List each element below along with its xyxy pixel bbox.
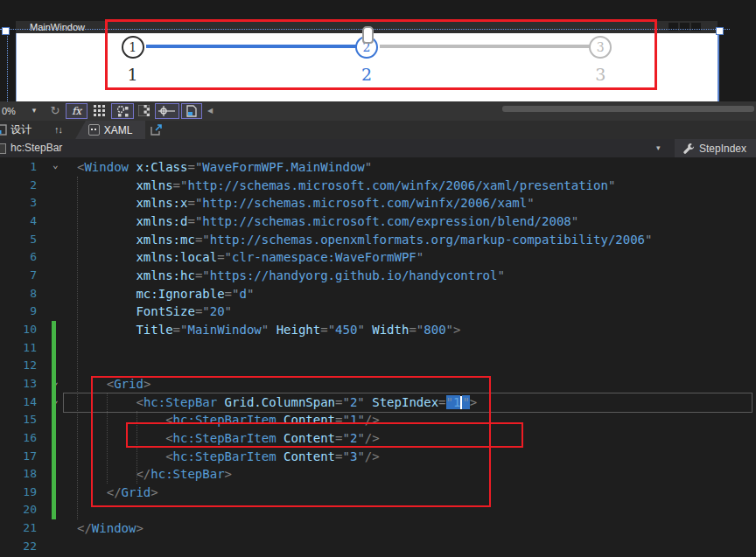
fold-column xyxy=(37,248,77,267)
code-line[interactable]: 2 xmlns="http://schemas.microsoft.com/wi… xyxy=(0,177,756,195)
code-line[interactable]: 22 xyxy=(0,538,756,556)
fold-column xyxy=(37,339,77,358)
code-line[interactable]: 4 xmlns:d="http://schemas.microsoft.com/… xyxy=(0,212,756,231)
line-number: 8 xyxy=(0,285,37,303)
line-number: 19 xyxy=(0,484,37,502)
line-number: 14 xyxy=(0,393,37,412)
code-text: xmlns:mc="http://schemas.openxmlformats.… xyxy=(77,231,652,249)
fold-column xyxy=(37,429,77,448)
code-line[interactable]: 8 mc:Ignorable="d" xyxy=(0,285,756,303)
fold-column xyxy=(37,177,77,195)
line-number: 12 xyxy=(0,357,37,375)
line-number: 16 xyxy=(0,429,37,448)
fold-arrow-icon[interactable]: ⌄ xyxy=(52,157,59,175)
code-text: xmlns:d="http://schemas.microsoft.com/ex… xyxy=(77,212,578,231)
line-number: 9 xyxy=(0,303,37,321)
line-number: 2 xyxy=(0,177,37,195)
resize-handle-right[interactable] xyxy=(716,27,724,35)
line-number: 18 xyxy=(0,465,37,484)
code-line[interactable]: 1⌄<Window x:Class="WaveFormWPF.MainWindo… xyxy=(0,158,756,177)
line-number: 5 xyxy=(0,231,37,249)
code-line[interactable]: 6 xmlns:local="clr-namespace:WaveFormWPF… xyxy=(0,248,756,267)
fold-column xyxy=(37,267,77,285)
collapse-left-icon[interactable]: ◀ xyxy=(205,103,215,117)
transparency-icon[interactable] xyxy=(136,103,151,117)
fold-column xyxy=(37,538,77,556)
line-number: 22 xyxy=(0,538,37,556)
refresh-icon[interactable]: ↻ xyxy=(48,103,62,117)
swap-panes-icon[interactable]: ↑↓ xyxy=(54,121,62,139)
fold-column xyxy=(37,285,77,303)
xaml-code-editor[interactable]: 1⌄<Window x:Class="WaveFormWPF.MainWindo… xyxy=(0,157,756,557)
snapping-toggle-icon[interactable] xyxy=(155,103,179,119)
line-number: 1 xyxy=(0,158,37,177)
breadcrumb-element[interactable]: hc:StepBar xyxy=(10,139,62,157)
code-text: FontSize="20" xyxy=(77,303,232,321)
code-line[interactable]: 7 xmlns:hc="https://handyorg.github.io/h… xyxy=(0,267,756,285)
code-line[interactable]: 21</Window> xyxy=(0,519,756,538)
zoom-level-combo[interactable]: 0% xyxy=(2,101,16,121)
view-tab-strip: 设计 ↑↓ XAML xyxy=(0,121,756,139)
fold-column xyxy=(37,212,77,231)
line-number: 6 xyxy=(0,248,37,267)
resize-handle-left[interactable] xyxy=(2,27,10,35)
popout-window-icon[interactable] xyxy=(150,123,163,136)
code-text: <Window x:Class="WaveFormWPF.MainWindow" xyxy=(77,158,372,177)
element-icon xyxy=(0,143,6,154)
code-text: xmlns="http://schemas.microsoft.com/winf… xyxy=(77,177,615,195)
code-text: xmlns:local="clr-namespace:WaveFormWPF" xyxy=(77,248,424,267)
code-line[interactable]: 12 xyxy=(0,357,756,375)
indent-guide xyxy=(77,177,78,519)
design-horizontal-scrollbar[interactable] xyxy=(502,106,754,112)
annotation-rectangle-design xyxy=(105,19,657,90)
design-view-icon xyxy=(0,124,7,136)
breadcrumb: hc:StepBar ▾ StepIndex xyxy=(0,139,756,157)
line-number: 17 xyxy=(0,448,37,466)
fold-column xyxy=(37,484,77,502)
breadcrumb-property[interactable]: StepIndex xyxy=(675,139,756,157)
snap-grid-icon[interactable] xyxy=(91,103,108,117)
line-number: 15 xyxy=(0,411,37,429)
code-text: xmlns:hc="https://handyorg.github.io/han… xyxy=(77,267,505,285)
breadcrumb-dropdown-icon[interactable]: ▾ xyxy=(656,139,661,157)
code-line[interactable]: 9 FontSize="20" xyxy=(0,303,756,321)
line-number: 21 xyxy=(0,519,37,538)
fold-column: ⌄ xyxy=(37,158,77,177)
annotation-rectangle-grid-block xyxy=(91,376,491,507)
code-text: mc:Ignorable="d" xyxy=(77,285,254,303)
line-number: 7 xyxy=(0,267,37,285)
code-text: </Window> xyxy=(77,519,144,538)
fold-column xyxy=(37,411,77,429)
fold-column: ⌄ xyxy=(37,375,77,393)
tab-design[interactable]: 设计 xyxy=(0,121,32,139)
fold-column xyxy=(37,303,77,321)
change-bar xyxy=(52,321,56,519)
code-line[interactable]: 11 xyxy=(0,339,756,358)
fold-column xyxy=(37,501,77,519)
zoom-dropdown-icon[interactable]: ▾ xyxy=(28,103,40,117)
fold-column xyxy=(37,519,77,538)
design-surface[interactable]: MainWindow 112233 xyxy=(0,0,756,101)
fold-column xyxy=(37,448,77,466)
line-number: 20 xyxy=(0,501,37,519)
code-text: xmlns:x="http://schemas.microsoft.com/wi… xyxy=(77,194,535,212)
tab-xaml[interactable]: XAML xyxy=(75,121,145,139)
line-number: 4 xyxy=(0,212,37,231)
code-line[interactable]: 3 xmlns:x="http://schemas.microsoft.com/… xyxy=(0,194,756,212)
effects-toggle-icon[interactable]: fx xyxy=(66,103,88,119)
line-number: 3 xyxy=(0,194,37,212)
document-outline-toggle-icon[interactable] xyxy=(181,103,202,119)
preview-window-title: MainWindow xyxy=(30,21,85,33)
code-line[interactable]: 10 Title="MainWindow" Height="450" Width… xyxy=(0,321,756,339)
xaml-designer-window: MainWindow 112233 0% ▾ ↻ fx xyxy=(0,0,756,557)
selection-guide-vertical xyxy=(7,29,8,101)
code-text: Title="MainWindow" Height="450" Width="8… xyxy=(77,321,460,339)
tab-design-label: 设计 xyxy=(10,122,32,137)
line-number: 13 xyxy=(0,375,37,393)
designer-toolbar: 0% ▾ ↻ fx ◀ xyxy=(0,101,756,121)
fold-column xyxy=(37,465,77,484)
code-line[interactable]: 5 xmlns:mc="http://schemas.openxmlformat… xyxy=(0,231,756,249)
fold-column xyxy=(37,321,77,339)
grid-options-toggle-icon[interactable] xyxy=(111,103,134,119)
line-number: 10 xyxy=(0,321,37,339)
